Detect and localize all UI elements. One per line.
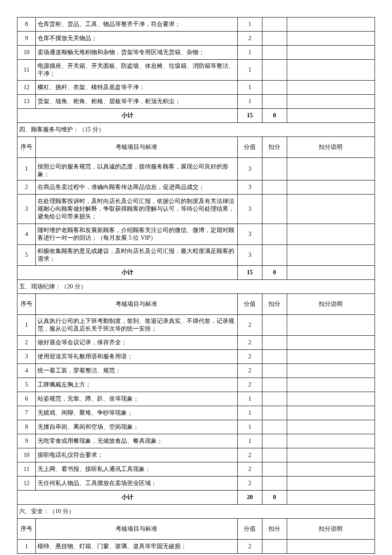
seq-cell: 12 <box>17 81 36 95</box>
criteria-cell: 模特、悬挂物、灯箱、门窗、玻璃、道具等牢固无破损； <box>36 540 237 554</box>
deduct-cell <box>262 17 287 32</box>
note-cell <box>287 350 375 364</box>
seq-cell: 10 <box>17 46 36 60</box>
score-cell: 2 <box>237 32 262 46</box>
deduct-cell <box>262 462 287 477</box>
seq-cell: 3 <box>17 350 36 364</box>
header-criteria: 考核项目与标准 <box>36 137 237 158</box>
column-header-row: 序号 考核项目与标准 分值 扣分 扣分说明 <box>17 137 375 158</box>
seq-cell: 4 <box>17 364 36 378</box>
table-row: 8 仓库货柜、货品、工具、物品等整齐干净，符合要求； 1 <box>17 17 375 32</box>
criteria-cell: 仓库不摆放无关物品； <box>36 32 237 46</box>
criteria-cell: 无任何私人物品、工具摆放在卖场营业区域； <box>36 477 237 491</box>
criteria-cell: 做好晨会等会议记录，保存齐全； <box>36 336 237 350</box>
criteria-cell: 按照公司的服务规范，以真诚的态度，接待服务顾客，展现公司良好的形象； <box>36 158 237 180</box>
note-cell <box>287 462 375 477</box>
seq-cell: 3 <box>17 195 36 224</box>
seq-cell: 1 <box>17 158 36 180</box>
seq-cell: 5 <box>17 245 36 266</box>
score-cell: 3 <box>237 195 262 224</box>
deduct-cell <box>262 32 287 46</box>
header-seq: 序号 <box>17 137 36 158</box>
criteria-cell: 认真执行公司的上下班考勤制度，签到、签退记录真实、不得代签，记录规范，服从公司及… <box>36 315 237 336</box>
deduct-cell <box>262 336 287 350</box>
table-row: 2 在商品售卖过程中，准确向顾客传达商品信息，促进商品成交； 3 <box>17 180 375 195</box>
table-row: 6 站姿规范，无靠、蹲、趴、坐等现象； 1 <box>17 392 375 406</box>
note-cell <box>287 60 375 81</box>
score-cell: 3 <box>237 224 262 245</box>
criteria-cell: 接听电话礼仪符合要求； <box>36 448 237 462</box>
deduct-cell <box>262 477 287 491</box>
note-cell <box>287 195 375 224</box>
seq-cell: 9 <box>17 434 36 448</box>
criteria-cell: 无上网、看书报、接听私人通讯工具现象； <box>36 462 237 477</box>
score-cell: 2 <box>237 477 262 491</box>
score-cell: 2 <box>237 462 262 477</box>
seq-cell: 4 <box>17 224 36 245</box>
deduct-cell <box>262 364 287 378</box>
header-note: 扣分说明 <box>287 294 375 315</box>
score-cell: 2 <box>237 378 262 392</box>
subtotal-note <box>287 491 375 505</box>
evaluation-table: 8 仓库货柜、货品、工具、物品等整齐干净，符合要求； 1 9 仓库不摆放无关物品… <box>17 17 375 554</box>
score-cell: 2 <box>237 364 262 378</box>
subtotal-score: 15 <box>237 109 262 123</box>
header-criteria: 考核项目与标准 <box>36 519 237 540</box>
deduct-cell <box>262 540 287 554</box>
note-cell <box>287 336 375 350</box>
table-row: 12 无任何私人物品、工具摆放在卖场营业区域； 2 <box>17 477 375 491</box>
note-cell <box>287 180 375 195</box>
score-cell: 1 <box>237 60 262 81</box>
column-header-row: 序号 考核项目与标准 分值 扣分 扣分说明 <box>17 294 375 315</box>
note-cell <box>287 95 375 109</box>
seq-cell: 11 <box>17 462 36 477</box>
criteria-cell: 站姿规范，无靠、蹲、趴、坐等现象； <box>36 392 237 406</box>
deduct-cell <box>262 46 287 60</box>
subtotal-label: 小计 <box>17 266 238 280</box>
criteria-cell: 统一着工装，穿着整洁、规范； <box>36 364 237 378</box>
criteria-cell: 工牌佩戴左胸上方； <box>36 378 237 392</box>
subtotal-score: 15 <box>237 266 262 280</box>
table-row: 7 无嬉戏、闲聊、聚堆、争吵等现象； 1 <box>17 406 375 420</box>
score-cell: 1 <box>237 434 262 448</box>
header-score: 分值 <box>237 137 262 158</box>
note-cell <box>287 32 375 46</box>
table-row: 2 做好晨会等会议记录，保存齐全； 2 <box>17 336 375 350</box>
table-row: 4 统一着工装，穿着整洁、规范； 2 <box>17 364 375 378</box>
seq-cell: 2 <box>17 336 36 350</box>
deduct-cell <box>262 350 287 364</box>
criteria-cell: 无吃零食或用餐现象，无储放食品、餐具现象； <box>36 434 237 448</box>
note-cell <box>287 434 375 448</box>
score-cell: 3 <box>237 245 262 266</box>
seq-cell: 1 <box>17 315 36 336</box>
note-cell <box>287 245 375 266</box>
score-cell: 1 <box>237 46 262 60</box>
note-cell <box>287 364 375 378</box>
note-cell <box>287 158 375 180</box>
deduct-cell <box>262 406 287 420</box>
criteria-cell: 无嬉戏、闲聊、聚堆、争吵等现象； <box>36 406 237 420</box>
table-row: 11 无上网、看书报、接听私人通讯工具现象； 2 <box>17 462 375 477</box>
column-header-row: 序号 考核项目与标准 分值 扣分 扣分说明 <box>17 519 375 540</box>
score-cell: 1 <box>237 420 262 434</box>
criteria-cell: 随时维护老顾客和发展新顾客，介绍顾客关注公司的微信、微博，定期对顾客进行一对一的… <box>36 224 237 245</box>
seq-cell: 9 <box>17 32 36 46</box>
note-cell <box>287 224 375 245</box>
table-row: 13 货架、墙角、柜角、柜格、层板等干净，柜顶无积尘； 1 <box>17 95 375 109</box>
table-row: 1 模特、悬挂物、灯箱、门窗、玻璃、道具等牢固无破损； 2 <box>17 540 375 554</box>
subtotal-deduct: 0 <box>262 266 287 280</box>
seq-cell: 5 <box>17 378 36 392</box>
deduct-cell <box>262 95 287 109</box>
subtotal-row: 小计 20 0 <box>17 491 375 505</box>
table-row: 1 按照公司的服务规范，以真诚的态度，接待服务顾客，展现公司良好的形象； 3 <box>17 158 375 180</box>
header-note: 扣分说明 <box>287 137 375 158</box>
header-seq: 序号 <box>17 294 36 315</box>
table-row: 11 电源插座、开关箱、开关面板、防盗墙、休息椅、垃圾箱、消防箱等整洁、干净； … <box>17 60 375 81</box>
criteria-cell: 积极收集顾客的意见或建议，及时向店长及公司汇报，最大程度满足顾客的需求； <box>36 245 237 266</box>
subtotal-row: 小计 15 0 <box>17 266 375 280</box>
note-cell <box>287 81 375 95</box>
score-cell: 2 <box>237 350 262 364</box>
seq-cell: 13 <box>17 95 36 109</box>
subtotal-deduct: 0 <box>262 491 287 505</box>
table-row: 3 使用迎送宾等礼貌用语和服务用语； 2 <box>17 350 375 364</box>
